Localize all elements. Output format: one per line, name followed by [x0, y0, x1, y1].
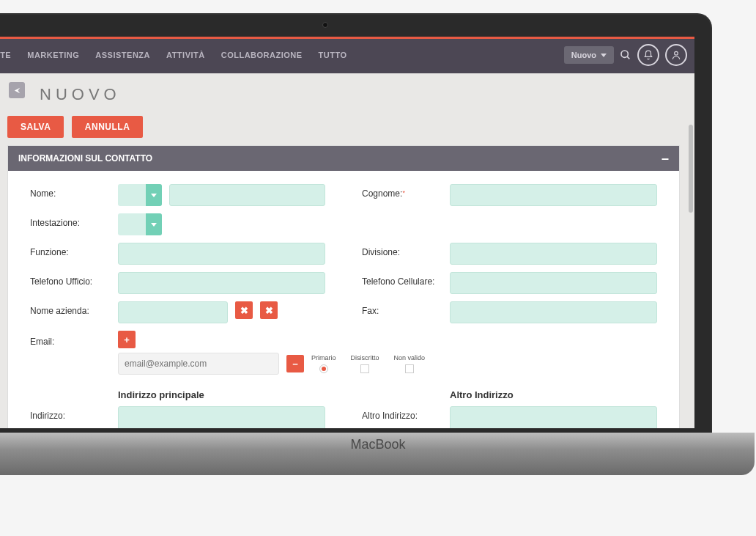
panel-title: INFORMAZIONI SUL CONTATTO: [18, 153, 152, 164]
label-tel-cell: Telefono Cellulare:: [362, 272, 442, 287]
label-nome: Nome:: [30, 184, 111, 199]
label-divisione: Divisione:: [362, 243, 442, 257]
label-funzione: Funzione:: [30, 243, 111, 257]
label-nonvalido: Non valido: [394, 354, 426, 361]
add-email-button[interactable]: +: [118, 331, 136, 348]
remove-email-button[interactable]: −: [286, 355, 304, 372]
nuovo-dropdown[interactable]: Nuovo: [564, 46, 614, 64]
label-disiscritto: Disiscritto: [351, 354, 379, 361]
main: tatto tto da vCard Contatti ntatti chi o…: [0, 73, 694, 428]
nav-item-assistenza[interactable]: ASSISTENZA: [95, 51, 150, 59]
funzione-input[interactable]: [118, 243, 325, 265]
tel-ufficio-input[interactable]: [118, 272, 325, 294]
label-indirizzo: Indirizzo:: [30, 406, 111, 421]
cancel-button[interactable]: ANNULLA: [72, 116, 144, 138]
remove-azienda-button[interactable]: ✖: [260, 301, 278, 319]
panel-header: INFORMAZIONI SUL CONTATTO –: [8, 146, 679, 171]
nuovo-label: Nuovo: [571, 51, 596, 59]
fax-input[interactable]: [450, 301, 657, 323]
user-icon[interactable]: [665, 44, 687, 66]
svg-line-1: [627, 56, 629, 59]
indirizzo-input[interactable]: [118, 406, 325, 428]
label-primario: Primario: [311, 354, 336, 361]
label-azienda: Nome azienda:: [30, 301, 111, 316]
required-star-icon: *: [402, 189, 405, 197]
caret-down-icon[interactable]: [146, 184, 162, 206]
svg-point-2: [675, 51, 678, 55]
nav-item-tutto[interactable]: TUTTO: [319, 51, 347, 59]
top-nav: TATTI VENDITE MARKETING ASSISTENZA ATTIV…: [0, 37, 694, 73]
content-area: NUOVO SALVA ANNULLA INFORMAZIONI SUL CON…: [0, 73, 694, 428]
nome-input[interactable]: [169, 184, 325, 206]
nav-item-vendite[interactable]: VENDITE: [0, 51, 11, 59]
label-altro-indirizzo: Altro Indirizzo:: [362, 406, 442, 421]
nav-item-attivita[interactable]: ATTIVITÀ: [166, 51, 205, 59]
contact-info-panel: INFORMAZIONI SUL CONTATTO – Nome:: [7, 145, 680, 428]
caret-down-icon: [601, 54, 607, 57]
altro-indirizzo-input[interactable]: [450, 406, 657, 428]
clear-azienda-button[interactable]: ✖: [235, 301, 253, 319]
intestazione-input[interactable]: [118, 213, 146, 235]
disiscritto-checkbox[interactable]: [360, 364, 369, 373]
altro-indirizzo-heading: Altro Indirizzo: [450, 389, 657, 400]
intestazione-select[interactable]: [118, 213, 162, 235]
label-intestazione: Intestazione:: [30, 213, 111, 228]
divisione-input[interactable]: [450, 243, 657, 265]
vertical-scrollbar[interactable]: [689, 125, 693, 213]
label-cognome: Cognome:*: [362, 184, 442, 199]
azienda-input[interactable]: [118, 301, 228, 323]
share-button[interactable]: [9, 82, 25, 98]
tel-cellulare-input[interactable]: [450, 272, 657, 294]
camera: [322, 22, 328, 28]
label-fax: Fax:: [362, 301, 442, 316]
save-button[interactable]: SALVA: [7, 116, 64, 138]
indirizzo-principale-heading: Indirizzo principale: [118, 389, 325, 400]
label-email: Email:: [30, 332, 111, 347]
nav-item-marketing[interactable]: MARKETING: [27, 51, 79, 59]
email-input[interactable]: [118, 353, 279, 375]
search-icon[interactable]: [620, 49, 631, 61]
notifications-icon[interactable]: [637, 44, 659, 66]
salutation-input[interactable]: [118, 184, 146, 206]
svg-point-0: [621, 51, 628, 57]
caret-down-icon[interactable]: [146, 213, 162, 235]
cognome-input[interactable]: [450, 184, 657, 206]
primario-radio[interactable]: [319, 364, 328, 373]
macbook-label: MacBook: [0, 437, 756, 452]
nonvalido-checkbox[interactable]: [405, 364, 414, 373]
page-title: NUOVO: [40, 85, 680, 104]
accent-bar: [0, 37, 694, 39]
nav-links: TATTI VENDITE MARKETING ASSISTENZA ATTIV…: [0, 51, 347, 59]
label-tel-ufficio: Telefono Ufficio:: [30, 272, 111, 287]
nav-item-collaborazione[interactable]: COLLABORAZIONE: [221, 51, 303, 59]
salutation-select[interactable]: [118, 184, 162, 206]
